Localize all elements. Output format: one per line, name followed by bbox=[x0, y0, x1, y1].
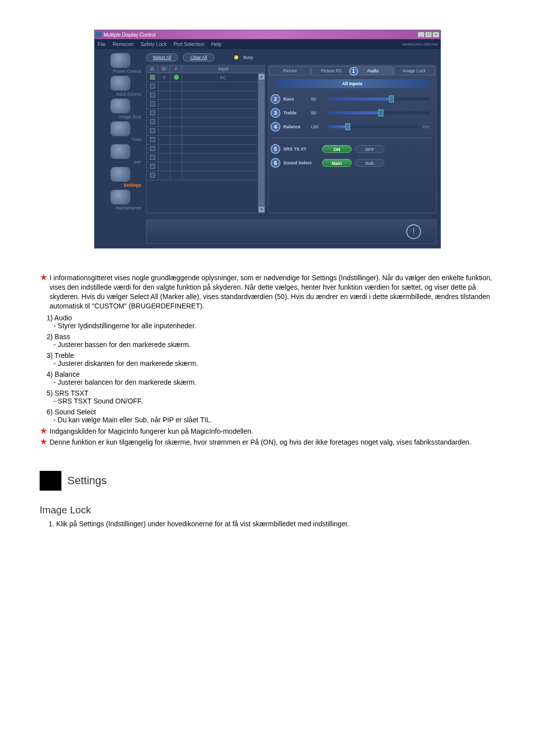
sound-main-button[interactable]: Main bbox=[322, 159, 352, 167]
app-title: Multiple Display Control bbox=[104, 32, 156, 38]
menu-remocon[interactable]: Remocon bbox=[112, 42, 134, 47]
bass-value: 60 bbox=[311, 97, 324, 101]
tab-picture-pc[interactable]: Picture PC bbox=[311, 66, 352, 75]
clear-all-button[interactable]: Clear All bbox=[183, 53, 214, 61]
scroll-up-button[interactable]: ▴ bbox=[258, 73, 265, 80]
balance-row: 4 Balance L50 R50 bbox=[268, 120, 436, 134]
power-icon bbox=[110, 53, 130, 68]
callout-badge-3: 3 bbox=[270, 108, 280, 118]
list-desc: - Justerer balancen for den markerede sk… bbox=[54, 378, 495, 386]
intro-text: I informationsgitteret vises nogle grund… bbox=[50, 273, 495, 311]
select-all-button[interactable]: Select All bbox=[146, 53, 178, 61]
srs-row: 5 SRS TS XT ON OFF bbox=[268, 142, 436, 156]
list-item: 2) Bass bbox=[47, 333, 495, 341]
col-checkbox[interactable]: ☑ bbox=[146, 65, 158, 73]
note-power: ★ Denne funktion er kun tilgængelig for … bbox=[40, 438, 495, 447]
sidebar-item-input-source[interactable]: Input Source bbox=[99, 76, 142, 97]
minimize-button[interactable]: _ bbox=[418, 32, 425, 38]
grid-row[interactable] bbox=[147, 136, 265, 145]
list-item: 4) Balance bbox=[47, 370, 495, 378]
tab-audio[interactable]: 1 Audio bbox=[353, 66, 394, 75]
section-title: Settings bbox=[67, 474, 107, 487]
grid-row[interactable] bbox=[147, 109, 265, 118]
display-grid: ☑ ID ✧ Input 0 PC bbox=[146, 65, 265, 213]
list-desc: - Du kan vælge Main eller Sub, når PIP e… bbox=[54, 416, 495, 424]
grid-row[interactable] bbox=[147, 153, 265, 162]
close-button[interactable]: × bbox=[432, 32, 439, 38]
list-item: 1) Audio bbox=[47, 314, 495, 322]
sidebar-label: PIP bbox=[99, 160, 142, 165]
tab-picture[interactable]: Picture bbox=[269, 66, 311, 75]
menu-help[interactable]: Help bbox=[211, 42, 221, 47]
time-icon bbox=[110, 121, 130, 136]
grid-row[interactable] bbox=[147, 171, 265, 180]
srs-on-button[interactable]: ON bbox=[322, 145, 352, 153]
row-checkbox[interactable] bbox=[147, 73, 159, 82]
balance-value-left: L50 bbox=[311, 124, 324, 129]
menu-bar: File Remocon Safety Lock Port Selection … bbox=[95, 39, 440, 49]
list-desc: - Justerer bassen for den markerede skær… bbox=[54, 341, 495, 349]
list-desc: - Styrer lydindstillingerne for alle inp… bbox=[54, 322, 495, 330]
section-icon bbox=[40, 471, 61, 491]
srs-off-button[interactable]: OFF bbox=[355, 145, 384, 153]
sound-select-row: 6 Sound Select Main Sub bbox=[268, 156, 436, 170]
grid-row[interactable] bbox=[147, 127, 265, 136]
grid-row[interactable] bbox=[147, 82, 265, 91]
treble-slider[interactable] bbox=[327, 111, 430, 114]
scrollbar-vertical[interactable]: ▴ ▾ bbox=[258, 73, 265, 213]
grid-row[interactable]: 0 PC bbox=[147, 73, 265, 82]
callout-badge-2: 2 bbox=[270, 94, 280, 104]
grid-row[interactable] bbox=[147, 118, 265, 127]
callout-badge-4: 4 bbox=[270, 122, 280, 132]
list-item: 3) Treble bbox=[47, 352, 495, 359]
pip-icon bbox=[110, 144, 130, 159]
settings-panel: Picture Picture PC 1 Audio Image Lock Al… bbox=[268, 65, 436, 213]
note-intro: ★ I informationsgitteret vises nogle gru… bbox=[40, 273, 495, 311]
menu-port-selection[interactable]: Port Selection bbox=[173, 42, 204, 47]
srs-label: SRS TS XT bbox=[283, 147, 319, 151]
step-1: 1. Klik på Settings (Indstillinger) unde… bbox=[49, 520, 495, 528]
sidebar-item-image-size[interactable]: Image Size bbox=[99, 99, 142, 119]
star-icon: ★ bbox=[40, 427, 47, 436]
settings-icon bbox=[110, 167, 130, 182]
sidebar: Power Control Input Source Image Size Ti… bbox=[99, 53, 142, 244]
balance-slider[interactable] bbox=[327, 125, 420, 128]
grid-row[interactable] bbox=[147, 145, 265, 153]
sidebar-item-settings[interactable]: Settings bbox=[99, 167, 142, 188]
divider bbox=[272, 138, 432, 138]
sound-sub-button[interactable]: Sub bbox=[355, 159, 384, 167]
list-desc: - Justerer diskanten for den markerede s… bbox=[54, 359, 495, 367]
menu-file[interactable]: File bbox=[98, 42, 106, 47]
sidebar-item-pip[interactable]: PIP bbox=[99, 144, 142, 165]
app-window: Multiple Display Control _ □ × File Remo… bbox=[94, 30, 441, 249]
sidebar-item-time[interactable]: Time bbox=[99, 121, 142, 142]
menu-safety-lock[interactable]: Safety Lock bbox=[141, 42, 166, 47]
maintenance-icon bbox=[110, 190, 130, 204]
tab-audio-label: Audio bbox=[367, 68, 378, 73]
balance-label: Balance bbox=[283, 124, 308, 129]
sidebar-label: Settings bbox=[99, 183, 142, 188]
star-icon: ★ bbox=[40, 438, 47, 447]
sidebar-label: Image Size bbox=[99, 114, 142, 119]
row-input: PC bbox=[182, 73, 265, 82]
note-magicinfo: ★ Indgangskilden for MagicInfo fungerer … bbox=[40, 427, 495, 436]
maximize-button[interactable]: □ bbox=[425, 32, 432, 38]
all-inputs-button[interactable]: All Inputs bbox=[274, 79, 430, 88]
row-status bbox=[170, 73, 182, 82]
sidebar-item-power-control[interactable]: Power Control bbox=[99, 53, 142, 74]
sidebar-label: Time bbox=[99, 137, 142, 142]
input-source-icon bbox=[110, 76, 130, 91]
col-id: ID bbox=[158, 65, 170, 73]
sidebar-label: Input Source bbox=[99, 92, 142, 97]
scroll-down-button[interactable]: ▾ bbox=[258, 206, 265, 213]
grid-row[interactable] bbox=[147, 100, 265, 109]
sidebar-item-maintenance[interactable]: Maintenance bbox=[99, 190, 142, 210]
grid-row[interactable] bbox=[147, 91, 265, 100]
grid-row[interactable] bbox=[147, 162, 265, 171]
tab-image-lock[interactable]: Image Lock bbox=[394, 66, 435, 75]
title-bar: Multiple Display Control _ □ × bbox=[95, 30, 440, 39]
image-size-icon bbox=[110, 99, 130, 113]
balance-value-right: R50 bbox=[423, 125, 430, 129]
bass-slider[interactable] bbox=[327, 98, 430, 101]
bass-label: Bass bbox=[283, 97, 308, 101]
